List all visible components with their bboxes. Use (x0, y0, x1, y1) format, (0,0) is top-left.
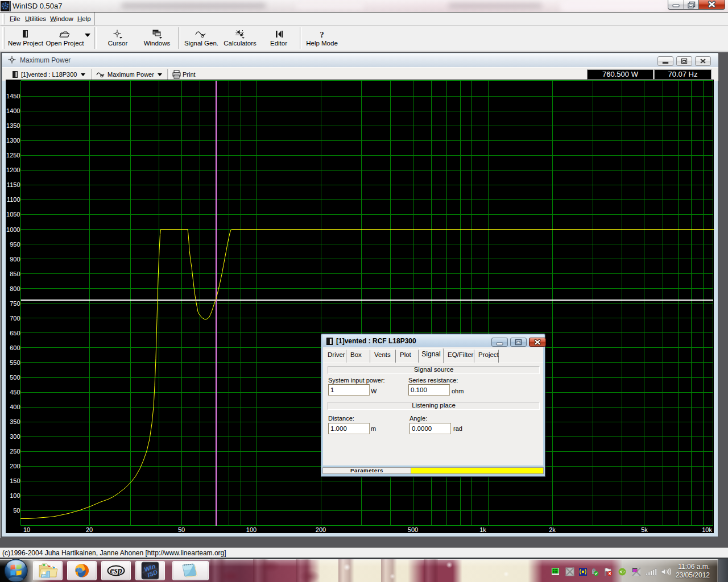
svg-text:300: 300 (10, 433, 20, 440)
svg-text:1450: 1450 (6, 93, 20, 99)
svg-text:200: 200 (10, 463, 20, 469)
svg-text:600: 600 (10, 344, 20, 351)
svg-text:1100: 1100 (7, 196, 20, 203)
svg-text:150: 150 (10, 477, 20, 484)
svg-text:500: 500 (10, 374, 20, 381)
svg-text:1400: 1400 (6, 107, 20, 114)
svg-text:550: 550 (10, 359, 20, 366)
svg-text:400: 400 (10, 404, 20, 410)
svg-text:500: 500 (408, 526, 418, 533)
svg-text:800: 800 (10, 285, 20, 292)
svg-text:1050: 1050 (6, 211, 20, 218)
svg-text:20: 20 (86, 526, 93, 533)
svg-text:100: 100 (10, 492, 20, 499)
svg-text:700: 700 (10, 315, 20, 322)
svg-text:?: ? (320, 30, 324, 39)
svg-text:50: 50 (178, 526, 185, 533)
svg-text:250: 250 (10, 448, 20, 455)
svg-text:1150: 1150 (7, 181, 20, 188)
svg-text:1250: 1250 (6, 152, 20, 159)
svg-text:esp: esp (110, 566, 122, 576)
svg-text:1200: 1200 (6, 167, 20, 173)
svg-text:650: 650 (10, 330, 20, 336)
svg-text:200: 200 (316, 526, 326, 533)
svg-text:2k: 2k (549, 526, 556, 533)
svg-text:5k: 5k (641, 526, 648, 533)
svg-text:950: 950 (10, 241, 20, 248)
svg-text:900: 900 (10, 256, 20, 263)
svg-text:850: 850 (10, 271, 20, 277)
svg-text:750: 750 (10, 300, 20, 307)
svg-text:450: 450 (10, 389, 20, 396)
svg-text:10k: 10k (702, 526, 712, 533)
svg-text:10: 10 (23, 526, 30, 533)
svg-text:50: 50 (13, 507, 20, 514)
svg-text:1k: 1k (479, 526, 486, 533)
svg-text:100: 100 (246, 526, 257, 533)
svg-text:1350: 1350 (6, 122, 20, 129)
svg-text:350: 350 (10, 418, 20, 425)
svg-text:60: 60 (633, 568, 638, 572)
svg-text:1000: 1000 (6, 226, 20, 233)
svg-text:1300: 1300 (6, 137, 20, 144)
